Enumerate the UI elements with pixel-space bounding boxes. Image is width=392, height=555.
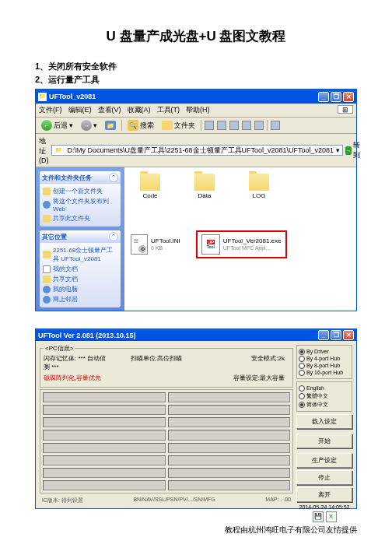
ini-icon: ⚙ [131, 234, 148, 255]
task-share[interactable]: 共享此文件夹 [43, 213, 117, 223]
leave-button[interactable]: 离开 [296, 487, 352, 502]
menu-tools[interactable]: 工具(T) [157, 105, 180, 115]
window-title: UFTool_v2081 [49, 93, 318, 100]
slot-14[interactable] [168, 468, 291, 478]
excel-icon[interactable]: X [326, 511, 337, 522]
load-settings-button[interactable]: 载入设定 [296, 414, 352, 429]
address-input[interactable]: 📁 D:\My Documents\U盘量产工具\2251-68金士顿量产工具U… [51, 145, 344, 156]
scan-label: 扫瞄单位:高位扫瞄 [108, 354, 205, 371]
place-parent[interactable]: 2251-68金士顿量产工具 UFTool_v2081 [43, 245, 117, 264]
slot-3[interactable] [43, 405, 166, 415]
folder-data[interactable]: Data [185, 174, 224, 199]
forward-button[interactable]: → ▾ [79, 119, 100, 132]
toolbar: ←后退 ▾ → ▾ 📁 🔍搜索 文件夹 [36, 118, 356, 134]
slot-4[interactable] [168, 405, 291, 415]
go-icon: → [345, 146, 352, 155]
folder-code[interactable]: Code [131, 174, 170, 199]
radio-hub4[interactable]: By 4-port Hub [299, 355, 350, 362]
step-1: 1、关闭所有安全软件 [35, 61, 357, 72]
file-exe-highlighted[interactable]: UP Tool UFTool_Ver2081.exeUFTool MFC App… [196, 230, 287, 258]
slot-12[interactable] [168, 455, 291, 465]
folders-button[interactable]: 文件夹 [159, 120, 198, 132]
pc-info-group: <PC信息> 闪存记忆体: *** 自动侦测 *** 扫瞄单位:高位扫瞄 安全模… [40, 348, 293, 388]
places-panel: 其它位置⌃ 2251-68金士顿量产工具 UFTool_v2081 我的文档 共… [40, 230, 121, 307]
up-button[interactable]: 📁 [103, 120, 118, 131]
hub-mode-group: By Driver By 4-port Hub By 8-port Hub By… [296, 345, 352, 379]
tool-icon-1[interactable] [205, 121, 214, 130]
chevron-up-icon[interactable]: ⌃ [109, 173, 118, 182]
tool-icon-2[interactable] [217, 121, 226, 130]
back-button[interactable]: ←后退 ▾ [39, 119, 75, 132]
minimize-button[interactable]: _ [318, 92, 329, 102]
place-documents[interactable]: 我的文档 [43, 264, 117, 274]
explorer-window: 📁 UFTool_v2081 _ ❐ ✕ 文件(F) 编辑(E) 查看(V) 收… [35, 89, 357, 311]
slot-16[interactable] [168, 480, 291, 490]
slot-6[interactable] [168, 417, 291, 427]
places-title: 其它位置 [42, 233, 67, 241]
minimize-button[interactable]: _ [318, 330, 329, 340]
radio-traditional[interactable]: 繁體中文 [299, 392, 350, 400]
file-ini[interactable]: ⚙ UFTool.INI6 KB [131, 230, 180, 258]
tool-icon-5[interactable] [254, 121, 264, 130]
folders-icon [162, 121, 173, 130]
file-area[interactable]: Code Data LOG ⚙ UFTool.INI6 KB UP Tool U… [124, 167, 356, 311]
windows-logo-icon: ⊞ [338, 105, 353, 114]
slot-15[interactable] [43, 480, 166, 490]
slot-8[interactable] [168, 430, 291, 440]
forward-icon: → [81, 120, 92, 131]
close-button[interactable]: ✕ [343, 330, 354, 340]
close-button[interactable]: ✕ [343, 92, 354, 102]
slot-13[interactable] [43, 468, 166, 478]
tool-icon-4[interactable] [242, 121, 251, 130]
views-button[interactable] [271, 121, 280, 130]
sidebar: 文件和文件夹任务⌃ 创建一个新文件夹 将这个文件夹发布到 Web 共享此文件夹 … [36, 167, 124, 311]
radio-hub16[interactable]: By 16-port Hub [299, 369, 350, 376]
stop-button[interactable]: 停止 [296, 470, 352, 485]
task-publish[interactable]: 将这个文件夹发布到 Web [43, 196, 117, 213]
radio-hub8[interactable]: By 8-port Hub [299, 362, 350, 369]
slot-10[interactable] [168, 443, 291, 453]
maximize-button[interactable]: ❐ [331, 330, 341, 340]
tool-icon-3[interactable] [229, 121, 239, 130]
menu-edit[interactable]: 编辑(E) [68, 105, 92, 115]
address-label: 地址(D) [39, 136, 49, 164]
language-group: English 繁體中文 简体中文 [296, 381, 352, 412]
uftool-window: UFTool Ver 2.081 (2013.10.15) _ ❐ ✕ <PC信… [35, 328, 357, 509]
menu-help[interactable]: 帮助(H) [186, 105, 210, 115]
chevron-up-icon[interactable]: ⌃ [109, 232, 118, 241]
save-icon[interactable]: 💾 [313, 511, 324, 522]
menu-file[interactable]: 文件(F) [39, 105, 62, 115]
place-shared[interactable]: 共享文档 [43, 274, 117, 284]
slot-7[interactable] [43, 430, 166, 440]
production-settings-button[interactable]: 生产设定 [296, 453, 352, 468]
radio-simplified[interactable]: 简体中文 [299, 400, 350, 409]
radio-driver[interactable]: By Driver [299, 348, 350, 355]
status-ic: IC版本: 得到设置 [42, 497, 83, 504]
go-button[interactable]: →转到 [345, 140, 362, 160]
folder-icon: 📁 [54, 146, 63, 155]
search-button[interactable]: 🔍搜索 [125, 119, 156, 132]
place-network[interactable]: 网上邻居 [43, 294, 117, 304]
titlebar[interactable]: UFTool Ver 2.081 (2013.10.15) _ ❐ ✕ [36, 329, 356, 341]
start-button[interactable]: 开始 [296, 434, 352, 448]
menu-view[interactable]: 查看(V) [98, 105, 121, 115]
slot-1[interactable] [43, 392, 166, 402]
slot-2[interactable] [168, 392, 291, 402]
folder-log[interactable]: LOG [240, 174, 278, 199]
menu-favorites[interactable]: 收藏(A) [128, 105, 151, 115]
disk-array-label: 磁碟阵列化,容量优先 [44, 374, 108, 382]
place-computer[interactable]: 我的电脑 [43, 284, 117, 294]
slot-5[interactable] [43, 417, 166, 427]
slot-11[interactable] [43, 455, 166, 465]
step-2: 2、运行量产工具 [35, 74, 357, 86]
maximize-button[interactable]: ❐ [331, 92, 341, 102]
titlebar[interactable]: 📁 UFTool_v2081 _ ❐ ✕ [36, 90, 356, 104]
slot-9[interactable] [43, 443, 166, 453]
task-new-folder[interactable]: 创建一个新文件夹 [43, 186, 117, 196]
up-icon: 📁 [105, 121, 116, 130]
page-title: U 盘量产成光盘+U 盘图文教程 [35, 27, 357, 45]
mode-label: 安全模式:2k [205, 354, 289, 371]
exe-icon: UP Tool [201, 234, 220, 255]
tasks-panel: 文件和文件夹任务⌃ 创建一个新文件夹 将这个文件夹发布到 Web 共享此文件夹 [40, 171, 121, 227]
radio-english[interactable]: English [299, 385, 350, 392]
